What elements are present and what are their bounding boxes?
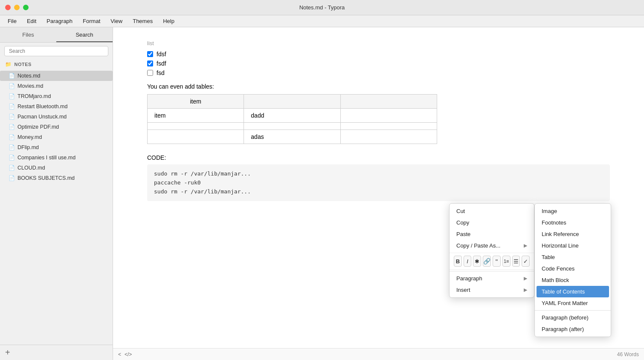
- menu-help[interactable]: Help: [159, 17, 179, 25]
- format-toolbar: B I ✱ 🔗 " 1≡ ☰ ✓: [450, 253, 534, 270]
- code-section: CODE: sudo rm -r /var/lib/manjar... pacc…: [147, 154, 610, 201]
- submenu-item-code-fences[interactable]: Code Fences: [535, 263, 611, 274]
- file-item[interactable]: 📄 Notes.md: [0, 71, 113, 81]
- editor-table: item item dadd: [147, 94, 437, 144]
- nav-back-button[interactable]: <: [118, 351, 121, 357]
- context-menu-paste[interactable]: Paste: [450, 228, 534, 240]
- table-row: [148, 123, 437, 130]
- bold-button[interactable]: B: [454, 256, 462, 267]
- submenu-item-horizontal-line[interactable]: Horizontal Line: [535, 240, 611, 251]
- menu-file[interactable]: File: [3, 17, 21, 25]
- submenu-item-paragraph-before[interactable]: Paragraph (before): [535, 312, 611, 323]
- file-name: Optimize PDF.md: [17, 124, 59, 130]
- file-name: BOOKS SUBJETCS.md: [17, 175, 75, 181]
- submenu-divider: [535, 310, 611, 311]
- numbered-list-button[interactable]: 1≡: [502, 256, 511, 267]
- code-button[interactable]: ✱: [473, 256, 481, 267]
- menu-format[interactable]: Format: [78, 17, 104, 25]
- nav-code-button[interactable]: </>: [125, 351, 132, 357]
- link-button[interactable]: 🔗: [483, 256, 491, 267]
- context-menu-paragraph[interactable]: Paragraph ▶: [450, 273, 534, 284]
- tab-search[interactable]: Search: [56, 27, 113, 42]
- minimize-button[interactable]: [14, 5, 20, 10]
- checkbox-label-fsd: fsd: [157, 69, 165, 76]
- file-icon: 📄: [9, 73, 15, 79]
- checkbox-item-1: fdsf: [147, 51, 610, 58]
- menu-themes[interactable]: Themes: [128, 17, 157, 25]
- sidebar-bottom-bar: +: [0, 345, 113, 360]
- table-cell: [340, 109, 437, 123]
- file-icon: 📄: [9, 134, 15, 140]
- maximize-button[interactable]: [23, 5, 29, 10]
- checkbox-fsdf[interactable]: [147, 60, 153, 66]
- menu-view[interactable]: View: [106, 17, 127, 25]
- file-item[interactable]: 📄 Companies I still use.md: [0, 153, 113, 163]
- checkbox-fdsf[interactable]: [147, 51, 153, 57]
- tab-files[interactable]: Files: [0, 27, 56, 42]
- table-intro-text: You can even add tables:: [147, 83, 610, 90]
- table-row: adas: [148, 130, 437, 144]
- close-button[interactable]: [5, 5, 11, 10]
- submenu-item-table[interactable]: Table: [535, 251, 611, 263]
- italic-button[interactable]: I: [464, 256, 472, 267]
- checkbox-label-fsdf: fsdf: [157, 60, 166, 67]
- table-header-3: [340, 95, 437, 109]
- context-menu-insert[interactable]: Insert ▶: [450, 284, 534, 296]
- search-input[interactable]: [4, 46, 108, 56]
- add-file-button[interactable]: +: [5, 348, 10, 357]
- context-menu-copy[interactable]: Copy: [450, 217, 534, 228]
- submenu-item-math-block[interactable]: Math Block: [535, 274, 611, 286]
- file-item[interactable]: 📄 TROMjaro.md: [0, 91, 113, 101]
- file-name: Notes.md: [17, 73, 41, 79]
- submenu-item-paragraph-after[interactable]: Paragraph (after): [535, 323, 611, 335]
- code-line-3: sudo rm -r /var/lib/manjar...: [154, 187, 603, 196]
- file-item[interactable]: 📄 Movies.md: [0, 81, 113, 91]
- file-icon: 📄: [9, 165, 15, 171]
- sidebar-tabs: Files Search: [0, 27, 113, 43]
- quote-button[interactable]: ": [493, 256, 501, 267]
- check-list-button[interactable]: ✓: [522, 256, 530, 267]
- titlebar-buttons: [5, 5, 29, 10]
- file-icon: 📄: [9, 155, 15, 161]
- file-name: Restart Bluetooth.md: [17, 104, 67, 109]
- bullet-list-button[interactable]: ☰: [512, 256, 520, 267]
- file-item[interactable]: 📄 DFlip.md: [0, 142, 113, 153]
- file-name: DFlip.md: [17, 144, 39, 150]
- file-item[interactable]: 📄 Restart Bluetooth.md: [0, 101, 113, 112]
- table-cell: [148, 130, 244, 144]
- submenu-item-image[interactable]: Image: [535, 205, 611, 217]
- file-name: Movies.md: [17, 83, 43, 89]
- word-count: 46 Words: [617, 351, 639, 357]
- table-cell: [340, 130, 437, 144]
- submenu-item-link-reference[interactable]: Link Reference: [535, 228, 611, 240]
- file-item[interactable]: 📄 Pacman Unstuck.md: [0, 112, 113, 122]
- submenu-item-table-of-contents[interactable]: Table of Contents: [537, 286, 609, 297]
- file-name: CLOUD.md: [17, 165, 45, 171]
- table-cell: item: [148, 109, 244, 123]
- scroll-hint: list: [147, 40, 610, 46]
- submenu-item-yaml-front-matter[interactable]: YAML Front Matter: [535, 297, 611, 309]
- file-icon: 📄: [9, 93, 15, 99]
- menu-paragraph[interactable]: Paragraph: [42, 17, 77, 25]
- table-cell: [148, 123, 244, 130]
- menu-edit[interactable]: Edit: [23, 17, 41, 25]
- file-name: Pacman Unstuck.md: [17, 114, 67, 120]
- checkbox-fsd[interactable]: [147, 70, 153, 76]
- context-menu-copy-paste-as[interactable]: Copy / Paste As... ▶: [450, 240, 534, 251]
- file-item[interactable]: 📄 Money.md: [0, 132, 113, 142]
- file-item[interactable]: 📄 CLOUD.md: [0, 163, 113, 173]
- file-icon: 📄: [9, 83, 15, 89]
- submenu-item-footnotes[interactable]: Footnotes: [535, 217, 611, 228]
- main-layout: Files Search 📁 NOTES 📄 Notes.md 📄 Movies…: [0, 27, 644, 360]
- code-section-label: CODE:: [147, 154, 610, 161]
- file-icon: 📄: [9, 124, 15, 130]
- table-row: item dadd: [148, 109, 437, 123]
- context-menu-cut[interactable]: Cut: [450, 205, 534, 217]
- file-item[interactable]: 📄 BOOKS SUBJETCS.md: [0, 173, 113, 183]
- folder-name: NOTES: [15, 62, 32, 67]
- folder-header: 📁 NOTES: [0, 60, 113, 69]
- file-name: Money.md: [17, 134, 42, 140]
- menubar: File Edit Paragraph Format View Themes H…: [0, 15, 644, 27]
- file-list: 📄 Notes.md 📄 Movies.md 📄 TROMjaro.md 📄 R…: [0, 69, 113, 345]
- file-item[interactable]: 📄 Optimize PDF.md: [0, 122, 113, 132]
